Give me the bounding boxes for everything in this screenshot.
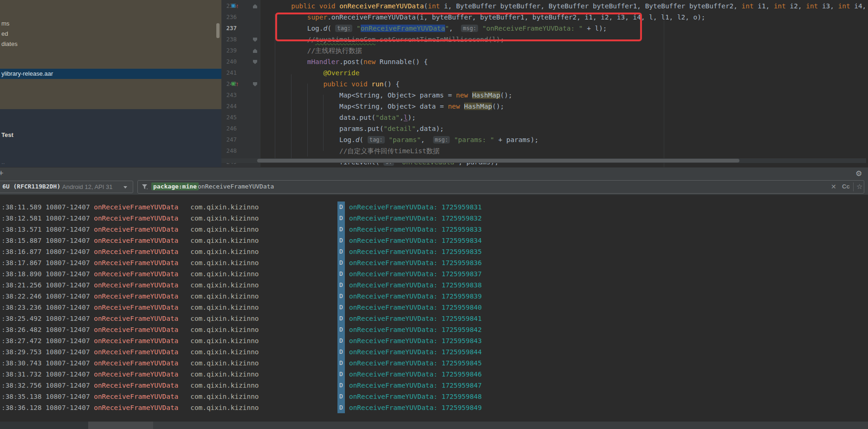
project-item[interactable]: ms [1,19,9,29]
project-panel: mseddiatesylibrary-release.aarTest‥ [0,0,221,167]
project-item[interactable]: diates [1,39,18,49]
clear-filter-icon[interactable]: ✕ [831,183,836,190]
code-token: new [363,58,376,65]
hscrollbar-thumb[interactable] [257,159,739,162]
log-timestamp: :38:32.756 10807-12407 [1,382,94,389]
device-name: 6U (RFCR119B2DH) [2,183,60,190]
log-row[interactable]: :38:21.256 10807-12407 onReceiveFrameYUV… [0,280,868,291]
code-token: " [356,25,361,32]
code-token [352,25,356,32]
code-line: params.put("detail",data); [221,123,868,134]
gear-icon[interactable]: ⚙ [855,169,862,178]
log-meta: :38:29.753 10807-12407 onReceiveFrameYUV… [1,346,259,358]
code-token: "onReceiveFrameYUVData: " [482,25,583,32]
log-meta: :38:11.589 10807-12407 onReceiveFrameYUV… [1,202,259,213]
code-token: i2, [786,2,806,10]
project-scrollbar-thumb[interactable] [216,23,220,38]
code-token: tag: [335,25,352,32]
code-token: run [371,80,383,88]
logcat-list[interactable]: :38:11.589 10807-12407 onReceiveFrameYUV… [0,195,868,422]
code-token: , [400,114,404,121]
log-package: com.qixin.kizinno [178,348,259,356]
log-message: onReceiveFrameYUVData: 1725959837 [349,268,482,280]
device-selector[interactable]: 6U (RFCR119B2DH) Android 12, API 31 [0,181,133,193]
log-message: onReceiveFrameYUVData: 1725959843 [349,335,482,346]
log-package: com.qixin.kizinno [178,214,259,222]
code-token: onReceiveFrameYUVData [361,25,445,32]
log-level-badge: D [337,346,345,358]
add-tab-icon[interactable]: + [0,169,4,178]
log-row[interactable]: :38:15.887 10807-12407 onReceiveFrameYUV… [0,235,868,246]
code-line: Map<String, Object> data = new HashMap()… [221,101,868,112]
log-row[interactable]: :38:13.571 10807-12407 onReceiveFrameYUV… [0,224,868,235]
log-tag: onReceiveFrameYUVData [94,270,178,278]
logcat-filter-input[interactable]: package:mine onReceiveFrameYUVData ✕ Cc … [137,180,864,194]
log-row[interactable]: :38:23.236 10807-12407 onReceiveFrameYUV… [0,302,868,313]
code-token: Log. [339,136,356,143]
log-row[interactable]: :38:17.867 10807-12407 onReceiveFrameYUV… [0,257,868,268]
log-row[interactable]: :38:29.753 10807-12407 onReceiveFrameYUV… [0,346,868,358]
log-message: onReceiveFrameYUVData: 1725959839 [349,291,482,302]
code-token: @Override [323,69,359,77]
log-row[interactable]: :38:36.128 10807-12407 onReceiveFrameYUV… [0,402,868,413]
code-token [385,136,389,143]
project-item-selected[interactable]: ylibrary-release.aar [0,69,221,79]
log-level-badge: D [337,335,345,346]
code-token: mHandler [307,58,339,65]
code-token: ( [424,2,428,10]
log-level-badge: D [337,369,345,380]
code-token: .setCurrentTimeInMillisecond(l); [376,36,504,43]
log-row[interactable]: :38:31.732 10807-12407 onReceiveFrameYUV… [0,369,868,380]
code-token: int [742,2,754,10]
code-token: onReceiveFrameYUVData [339,2,424,10]
log-package: com.qixin.kizinno [178,315,259,322]
log-row[interactable]: :38:27.472 10807-12407 onReceiveFrameYUV… [0,335,868,346]
log-row[interactable]: :38:25.492 10807-12407 onReceiveFrameYUV… [0,313,868,324]
log-row[interactable]: :38:30.743 10807-12407 onReceiveFrameYUV… [0,358,868,369]
filter-chip[interactable]: package:mine [151,182,199,190]
log-row[interactable]: :38:11.589 10807-12407 onReceiveFrameYUV… [0,202,868,213]
log-timestamp: :38:30.743 10807-12407 [1,359,94,367]
log-meta: :38:26.482 10807-12407 onReceiveFrameYUV… [1,324,259,335]
editor-hscrollbar[interactable] [221,158,866,163]
log-level-badge: D [337,313,345,324]
code-token: Runnable() { [376,58,428,65]
log-timestamp: :38:23.236 10807-12407 [1,304,94,311]
favorite-filter-icon[interactable]: ☆ [856,182,862,191]
log-package: com.qixin.kizinno [178,292,259,300]
log-package: com.qixin.kizinno [178,326,259,333]
log-row[interactable]: :38:16.877 10807-12407 onReceiveFrameYUV… [0,246,868,257]
code-token: HashMap [472,91,500,99]
log-row[interactable]: :38:26.482 10807-12407 onReceiveFrameYUV… [0,324,868,335]
log-message: onReceiveFrameYUVData: 1725959848 [349,391,482,402]
log-meta: :38:27.472 10807-12407 onReceiveFrameYUV… [1,335,259,346]
log-message: onReceiveFrameYUVData: 1725959842 [349,324,482,335]
code-token: + l); [583,25,607,32]
log-row[interactable]: :38:35.138 10807-12407 onReceiveFrameYUV… [0,391,868,402]
log-level-badge: D [337,268,345,280]
code-token: "data" [376,114,400,121]
log-level-badge: D [337,302,345,313]
code-token: (); [500,91,512,99]
log-row[interactable]: :38:32.756 10807-12407 onReceiveFrameYUV… [0,380,868,391]
filter-funnel-icon [142,183,149,192]
log-timestamp: :38:21.256 10807-12407 [1,281,94,289]
log-meta: :38:22.246 10807-12407 onReceiveFrameYUV… [1,291,259,302]
code-editor[interactable]: 235↑236237238239240241242↑24324424524624… [221,0,868,167]
code-token: Map<String, Object> data = [339,103,448,110]
log-message: onReceiveFrameYUVData: 1725959846 [349,369,482,380]
project-item[interactable]: ‥ [1,157,5,167]
log-row[interactable]: :38:12.581 10807-12407 onReceiveFrameYUV… [0,213,868,224]
log-tag: onReceiveFrameYUVData [94,281,178,289]
code-line: super.onReceiveFrameYUVData(i, byteBuffe… [221,12,868,23]
code-token: ( [327,25,335,32]
log-package: com.qixin.kizinno [178,226,259,233]
match-case-toggle[interactable]: Cc [842,183,850,190]
project-item[interactable]: Test [1,130,13,140]
log-tag: onReceiveFrameYUVData [94,315,178,322]
code-token: tuyatimeLineCom [315,36,376,43]
log-row[interactable]: :38:18.890 10807-12407 onReceiveFrameYUV… [0,268,868,280]
log-row[interactable]: :38:22.246 10807-12407 onReceiveFrameYUV… [0,291,868,302]
project-item[interactable]: ed [1,29,8,39]
log-timestamp: :38:35.138 10807-12407 [1,393,94,400]
